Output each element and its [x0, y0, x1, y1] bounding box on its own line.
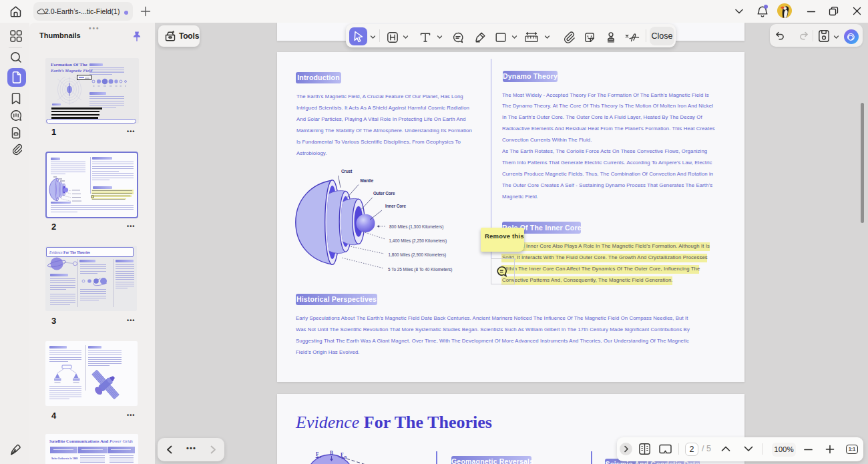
svg-text:B: B [330, 450, 333, 456]
svg-text:800 Miles (1,300 Kilometers): 800 Miles (1,300 Kilometers) [389, 224, 443, 230]
svg-text:1,400 Miles (2,250 Kilometers): 1,400 Miles (2,250 Kilometers) [389, 238, 447, 244]
svg-text:B: B [345, 455, 347, 459]
svg-text:Inner Core: Inner Core [385, 204, 407, 208]
svg-text:Outer Core: Outer Core [373, 191, 395, 196]
svg-text:Crust: Crust [341, 169, 353, 174]
svg-text:5 To 25 Miles (8 To 40 Kilomet: 5 To 25 Miles (8 To 40 Kilometers) [388, 267, 452, 272]
svg-text:1,800 Miles (2,900 Kilometers): 1,800 Miles (2,900 Kilometers) [389, 252, 447, 258]
svg-text:F: F [316, 451, 319, 457]
svg-text:Mantle: Mantle [361, 178, 374, 183]
